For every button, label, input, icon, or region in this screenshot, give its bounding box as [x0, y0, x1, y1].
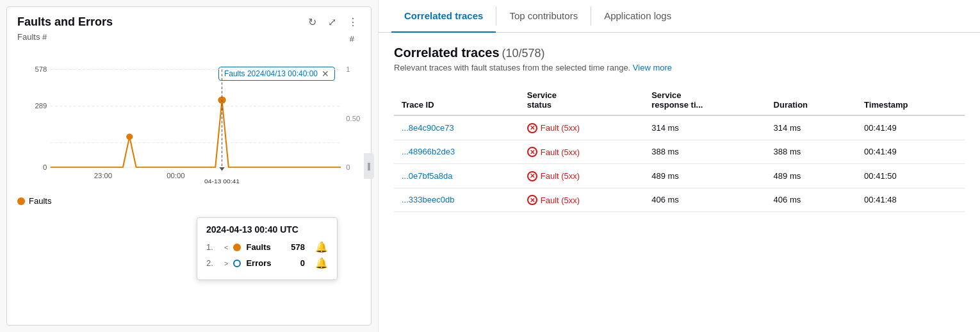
tooltip-row2-value: 0 [300, 258, 305, 268]
content-area: Correlated traces (10/578) (function(){ … [379, 33, 980, 332]
expand-button[interactable]: ⤢ [325, 15, 339, 29]
refresh-button[interactable]: ↻ [306, 15, 319, 29]
tabs-bar: Correlated traces Top contributors Appli… [379, 0, 980, 33]
tooltip-faults-dot [233, 244, 241, 251]
duration-cell: 314 ms [766, 115, 857, 140]
faults-legend-dot [17, 197, 25, 205]
tab-top-contributors[interactable]: Top contributors [496, 0, 591, 33]
traces-table: Trace ID Servicestatus Serviceresponse t… [394, 85, 965, 212]
fault-icon: ✕ [527, 171, 537, 181]
timestamp-cell: 00:41:49 [856, 140, 965, 164]
tab-application-logs[interactable]: Application logs [591, 0, 684, 33]
faults-dot-1 [126, 134, 133, 140]
fault-icon: ✕ [527, 147, 537, 157]
chart-header: Faults and Errors ↻ ⤢ ⋮ [17, 15, 361, 29]
x-axis-tooltip-label: 04-13 00:41 [204, 178, 240, 185]
section-header: Correlated traces (10/578) (function(){ … [394, 46, 965, 72]
tooltip-errors-dot [233, 260, 241, 267]
right-axis-hash: # [350, 34, 354, 44]
chart-subtitle: Faults # [17, 32, 47, 42]
table-row: ...48966b2de3✕ Fault (5xx)388 ms388 ms00… [394, 140, 965, 164]
y-axis-0: 0 [43, 163, 47, 171]
tooltip-row1-label: Faults [246, 242, 270, 252]
tooltip-row1-value: 578 [291, 242, 305, 252]
response-time-cell: 388 ms [644, 140, 765, 164]
table-header-row: Trace ID Servicestatus Serviceresponse t… [394, 85, 965, 115]
fault-badge: ✕ Fault (5xx) [527, 195, 580, 205]
table-row: ...0e7bf5a8da✕ Fault (5xx)489 ms489 ms00… [394, 164, 965, 188]
section-description: Relevant traces with fault statuses from… [394, 63, 965, 72]
duration-cell: 388 ms [766, 140, 857, 164]
col-trace-id: Trace ID [394, 85, 519, 115]
duration-cell: 406 ms [766, 188, 857, 212]
trace-id-link[interactable]: ...0e7bf5a8da [402, 171, 453, 181]
tooltip-row1-chevron: < [224, 244, 228, 251]
faults-legend-label: Faults [29, 196, 51, 206]
faults-chart-svg: 578 289 0 1 0.50 0 23:00 00:00 04-13 00:… [17, 63, 361, 192]
duration-cell: 489 ms [766, 164, 857, 188]
response-time-cell: 406 ms [644, 188, 765, 212]
y-axis-289: 289 [35, 103, 47, 110]
col-response-time: Serviceresponse ti... [644, 85, 765, 115]
table-body: ...8e4c90ce73✕ Fault (5xx)314 ms314 ms00… [394, 115, 965, 212]
selection-arrow [219, 167, 224, 171]
tooltip-row-faults: 1. < Faults 578 🔔 [206, 241, 328, 253]
trace-id-link[interactable]: ...8e4c90ce73 [402, 123, 454, 133]
section-title: Correlated traces [394, 46, 500, 60]
faults-line [51, 100, 341, 167]
fault-badge: ✕ Fault (5xx) [527, 147, 580, 157]
timestamp-cell: 00:41:50 [856, 164, 965, 188]
trace-id-link[interactable]: ...333beec0db [402, 195, 454, 204]
fault-badge: ✕ Fault (5xx) [527, 123, 580, 133]
x-axis-0000: 00:00 [167, 172, 184, 179]
view-more-link[interactable]: View more [633, 63, 672, 72]
more-button[interactable]: ⋮ [345, 15, 361, 29]
collapse-handle[interactable]: ‖ [364, 153, 374, 179]
tooltip-row2-chevron: > [224, 260, 228, 267]
chart-title: Faults and Errors [17, 15, 113, 29]
tab-correlated-traces[interactable]: Correlated traces [391, 0, 496, 33]
timestamp-cell: 00:41:49 [856, 115, 965, 140]
tooltip-row-errors: 2. > Errors 0 🔔 [206, 257, 328, 269]
x-axis-2300: 23:00 [94, 172, 112, 179]
chart-area: 578 289 0 1 0.50 0 23:00 00:00 04-13 00:… [17, 63, 361, 317]
tooltip-row1-bell-icon[interactable]: 🔔 [315, 241, 328, 253]
faults-errors-panel: Faults and Errors ↻ ⤢ ⋮ Faults # Faults … [6, 6, 372, 326]
chart-actions: ↻ ⤢ ⋮ [306, 15, 361, 29]
response-time-cell: 314 ms [644, 115, 765, 140]
chart-tooltip: 2024-04-13 00:40 UTC 1. < Faults 578 🔔 2… [197, 217, 338, 280]
tooltip-row1-num: 1. [206, 242, 219, 252]
trace-id-link[interactable]: ...48966b2de3 [402, 147, 455, 156]
tooltip-row2-label: Errors [246, 258, 271, 268]
table-head: Trace ID Servicestatus Serviceresponse t… [394, 85, 965, 115]
col-duration: Duration [766, 85, 857, 115]
right-panel: Correlated traces Top contributors Appli… [378, 0, 980, 332]
right-y-00: 0 [346, 163, 350, 171]
right-y-050: 0.50 [346, 115, 360, 122]
fault-icon: ✕ [527, 195, 537, 205]
table-row: ...8e4c90ce73✕ Fault (5xx)314 ms314 ms00… [394, 115, 965, 140]
tooltip-title: 2024-04-13 00:40 UTC [206, 224, 328, 235]
section-count: (10/578) [502, 47, 544, 60]
table-row: ...333beec0db✕ Fault (5xx)406 ms406 ms00… [394, 188, 965, 212]
section-title-row: Correlated traces (10/578) (function(){ … [394, 46, 965, 60]
tooltip-row2-bell-icon[interactable]: 🔔 [315, 257, 328, 269]
tooltip-row2-num: 2. [206, 258, 219, 268]
fault-badge: ✕ Fault (5xx) [527, 171, 580, 181]
fault-icon: ✕ [527, 123, 537, 133]
chart-legend: Faults [17, 196, 361, 206]
col-service-status: Servicestatus [519, 85, 644, 115]
right-y-1: 1 [346, 66, 350, 74]
y-axis-578: 578 [35, 66, 47, 74]
response-time-cell: 489 ms [644, 164, 765, 188]
col-timestamp: Timestamp [856, 85, 965, 115]
timestamp-cell: 00:41:48 [856, 188, 965, 212]
